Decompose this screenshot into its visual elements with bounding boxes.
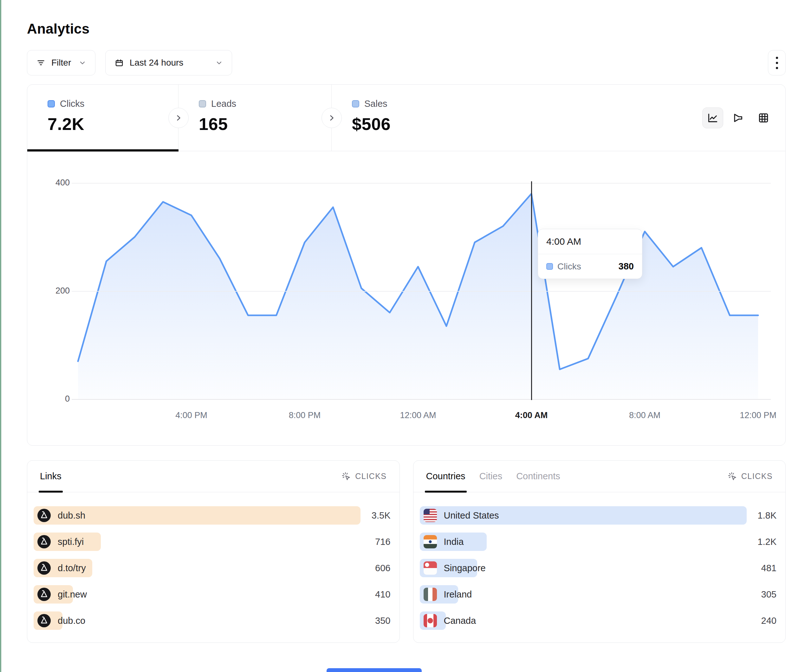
line-chart-toggle[interactable] — [702, 107, 723, 128]
page-title: Analytics — [27, 21, 786, 37]
row-value: 606 — [375, 563, 390, 573]
list-item-india[interactable]: India 1.2K — [420, 532, 780, 551]
links-metric-selector[interactable]: CLICKS — [341, 471, 387, 481]
chevron-down-icon — [215, 59, 223, 67]
row-label: Ireland — [444, 589, 472, 600]
countries-tab-countries[interactable]: Countries — [426, 461, 466, 492]
expand-sales-button[interactable] — [321, 108, 342, 128]
gridline-y-400 — [72, 183, 771, 184]
list-item-dub-sh[interactable]: dub.sh 3.5K — [34, 506, 393, 525]
dub-logo-icon — [38, 561, 51, 575]
table-toggle[interactable] — [753, 107, 774, 128]
y-axis-tick: 200 — [37, 286, 70, 296]
stat-tabs-row: Clicks 7.2K Leads 165 Sales $506 — [27, 85, 785, 151]
calendar-icon — [114, 58, 124, 68]
row-label: d.to/try — [58, 563, 86, 573]
chart-tooltip: 4:00 AM Clicks 380 — [538, 229, 642, 279]
list-item-united-states[interactable]: United States 1.8K — [420, 506, 780, 525]
tooltip-series-swatch — [546, 263, 553, 270]
filter-button[interactable]: Filter — [27, 50, 96, 75]
toolbar: Filter Last 24 hours — [27, 50, 786, 75]
stat-tab-clicks[interactable]: Clicks 7.2K — [27, 85, 179, 151]
gridline-y-0 — [72, 399, 771, 400]
sg-flag-icon — [424, 561, 437, 575]
countries-panel-header: CountriesCitiesContinents CLICKS — [413, 461, 786, 492]
filter-icon — [36, 58, 46, 68]
row-value: 305 — [761, 589, 776, 600]
list-item-git-new[interactable]: git.new 410 — [34, 585, 393, 604]
links-panel-header: Links CLICKS — [27, 461, 399, 492]
dub-logo-icon — [38, 509, 51, 522]
countries-metric-label: CLICKS — [741, 472, 773, 481]
more-menu-button[interactable] — [768, 50, 786, 75]
countries-tab-continents[interactable]: Continents — [516, 461, 560, 492]
y-axis-tick: 0 — [37, 394, 70, 404]
x-axis-tick: 8:00 AM — [613, 411, 677, 420]
countries-tab-cities[interactable]: Cities — [479, 461, 503, 492]
tooltip-series-label: Clicks — [558, 261, 581, 272]
x-axis-tick: 12:00 AM — [387, 411, 450, 420]
bottom-accent-bar — [327, 668, 422, 672]
clicks-chart[interactable]: 4:00 AM Clicks 380 02004004:00 PM8:00 PM… — [27, 151, 785, 445]
stat-value: 165 — [199, 114, 331, 134]
y-axis-tick: 400 — [37, 178, 70, 188]
dub-logo-icon — [38, 588, 51, 601]
row-value: 716 — [375, 537, 390, 547]
links-metric-label: CLICKS — [355, 472, 387, 481]
us-flag-icon — [424, 509, 437, 522]
row-value: 240 — [761, 616, 776, 626]
ie-flag-icon — [424, 588, 437, 601]
list-item-singapore[interactable]: Singapore 481 — [420, 559, 780, 577]
stat-value: $506 — [352, 114, 509, 134]
list-item-canada[interactable]: Canada 240 — [420, 611, 780, 630]
dub-logo-icon — [38, 535, 51, 548]
row-value: 1.2K — [757, 537, 776, 547]
stat-tab-leads[interactable]: Leads 165 — [179, 85, 332, 151]
row-label: git.new — [58, 589, 87, 600]
date-range-button[interactable]: Last 24 hours — [105, 50, 232, 75]
links-tab-links[interactable]: Links — [40, 461, 61, 492]
stat-label: Clicks — [60, 99, 84, 109]
table-icon — [757, 112, 769, 124]
gridline-y-200 — [72, 291, 771, 292]
row-label: India — [444, 537, 464, 547]
expand-leads-button[interactable] — [168, 108, 189, 128]
row-value: 1.8K — [757, 510, 776, 521]
countries-metric-selector[interactable]: CLICKS — [727, 471, 773, 481]
chevron-down-icon — [78, 59, 86, 67]
stat-swatch-icon — [199, 100, 206, 107]
row-value: 350 — [375, 616, 390, 626]
row-label: dub.sh — [58, 510, 85, 521]
links-panel: Links CLICKS dub.sh 3.5K — [27, 460, 400, 643]
list-item-dub-co[interactable]: dub.co 350 — [34, 611, 393, 630]
list-item-d-to-try[interactable]: d.to/try 606 — [34, 559, 393, 577]
list-item-ireland[interactable]: Ireland 305 — [420, 585, 780, 604]
countries-panel: CountriesCitiesContinents CLICKS United … — [413, 460, 786, 643]
row-label: Singapore — [444, 563, 486, 573]
list-item-spti-fyi[interactable]: spti.fyi 716 — [34, 532, 393, 551]
funnel-chart-icon — [732, 112, 744, 124]
filter-button-label: Filter — [51, 58, 71, 68]
funnel-chart-toggle[interactable] — [728, 107, 749, 128]
stat-value: 7.2K — [48, 114, 178, 134]
analytics-card: Clicks 7.2K Leads 165 Sales $506 — [27, 84, 786, 446]
tooltip-value: 380 — [619, 261, 634, 272]
date-range-label: Last 24 hours — [130, 58, 184, 68]
x-axis-tick: 12:00 PM — [727, 411, 790, 420]
line-chart-icon — [707, 112, 719, 124]
row-value: 481 — [761, 563, 776, 573]
cursor-click-icon — [727, 471, 737, 481]
stat-label: Leads — [211, 99, 236, 109]
stat-tab-sales[interactable]: Sales $506 — [332, 85, 509, 151]
x-axis-tick: 4:00 AM — [500, 411, 563, 420]
tooltip-time: 4:00 AM — [538, 229, 642, 254]
row-label: spti.fyi — [58, 537, 84, 547]
left-edge-accent — [0, 0, 1, 672]
x-axis-tick: 4:00 PM — [160, 411, 223, 420]
cursor-click-icon — [341, 471, 351, 481]
hover-crosshair-line — [531, 181, 532, 400]
stat-swatch-icon — [352, 100, 359, 107]
row-value: 410 — [375, 589, 390, 600]
x-axis-tick: 8:00 PM — [273, 411, 336, 420]
stat-label: Sales — [364, 99, 387, 109]
